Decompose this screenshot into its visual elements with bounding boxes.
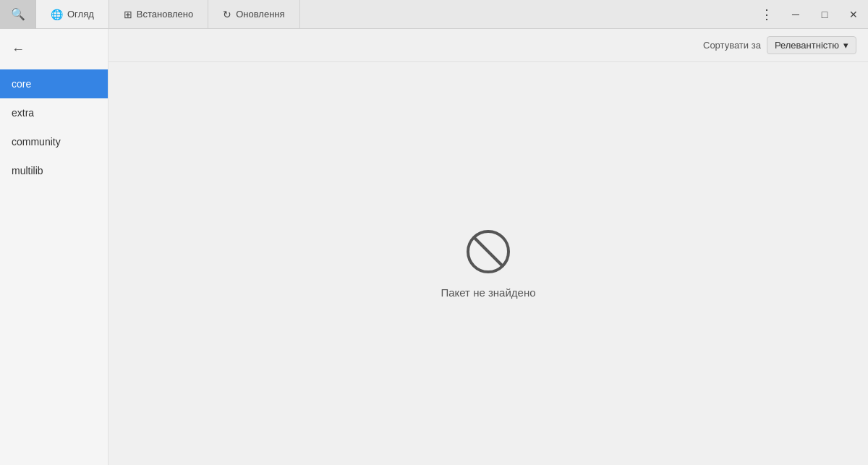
empty-message: Пакет не знайдено [441, 286, 535, 299]
titlebar: 🔍 🌐 Огляд ⊞ Встановлено ↻ Оновлення ⋮ ─ … [0, 0, 868, 29]
sidebar-item-community-label: community [12, 136, 61, 148]
content-body: Пакет не знайдено [109, 62, 868, 465]
maximize-icon: □ [822, 9, 827, 20]
sidebar: ← core extra community multilib [0, 29, 109, 465]
tab-installed[interactable]: ⊞ Встановлено [109, 0, 208, 28]
main-layout: ← core extra community multilib Сортуват… [0, 29, 868, 465]
search-button[interactable]: 🔍 [0, 0, 36, 29]
updates-icon: ↻ [223, 9, 231, 20]
sidebar-item-extra-label: extra [12, 107, 34, 119]
sort-dropdown[interactable]: Релевантністю ▾ [767, 36, 856, 54]
maximize-button[interactable]: □ [810, 0, 839, 29]
sidebar-item-community[interactable]: community [0, 127, 108, 156]
content-area: Сортувати за Релевантністю ▾ Пакет не зн… [109, 29, 868, 465]
sidebar-item-core[interactable]: core [0, 69, 108, 98]
close-icon: ✕ [849, 9, 858, 20]
content-header: Сортувати за Релевантністю ▾ [109, 29, 868, 62]
minimize-icon: ─ [792, 9, 799, 20]
back-button[interactable]: ← [4, 35, 33, 64]
installed-icon: ⊞ [124, 9, 132, 20]
back-icon: ← [12, 42, 25, 57]
tab-overview-label: Огляд [67, 9, 94, 20]
no-results-icon [465, 229, 511, 275]
close-button[interactable]: ✕ [839, 0, 868, 29]
window-controls: ⋮ ─ □ ✕ [752, 0, 868, 28]
tab-overview[interactable]: 🌐 Огляд [36, 0, 109, 28]
sort-value: Релевантністю [775, 40, 839, 51]
tab-updates[interactable]: ↻ Оновлення [208, 0, 299, 28]
tab-installed-label: Встановлено [137, 9, 193, 20]
menu-icon: ⋮ [760, 7, 773, 22]
minimize-button[interactable]: ─ [781, 0, 810, 29]
sidebar-item-extra[interactable]: extra [0, 98, 108, 127]
chevron-down-icon: ▾ [843, 40, 848, 51]
sidebar-item-multilib-label: multilib [12, 165, 43, 176]
sidebar-item-core-label: core [12, 78, 31, 90]
svg-line-1 [475, 238, 502, 265]
menu-button[interactable]: ⋮ [752, 0, 781, 29]
tab-updates-label: Оновлення [236, 9, 284, 20]
overview-icon: 🌐 [51, 9, 63, 20]
search-icon: 🔍 [11, 7, 25, 21]
sidebar-item-multilib[interactable]: multilib [0, 156, 108, 185]
sort-label: Сортувати за [703, 40, 761, 51]
tabs-container: 🌐 Огляд ⊞ Встановлено ↻ Оновлення [36, 0, 752, 28]
